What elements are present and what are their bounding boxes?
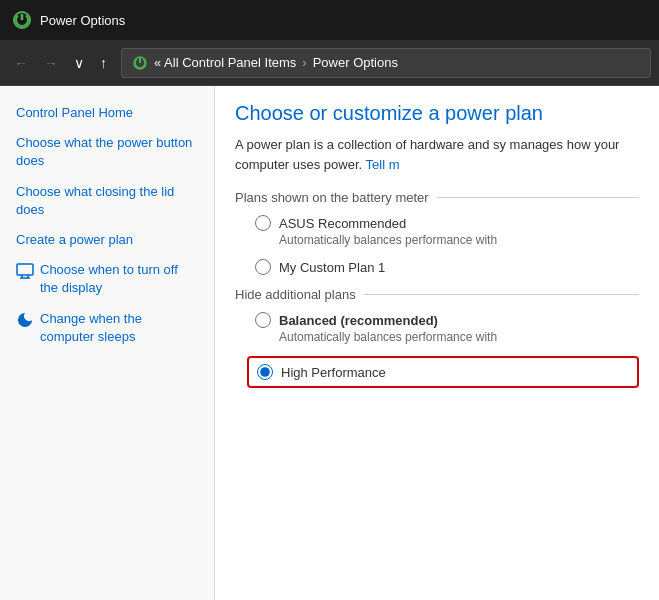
plan-balanced: Balanced (recommended) Automatically bal… [255,312,639,344]
display-icon [16,262,34,280]
address-prefix: « All Control Panel Items [154,55,296,70]
sidebar-item-power-button[interactable]: Choose what the power button does [0,128,214,176]
sidebar: Control Panel Home Choose what the power… [0,86,215,600]
radio-high-performance[interactable] [257,364,273,380]
plan-high-performance-highlighted: High Performance [247,356,639,388]
radio-balanced[interactable] [255,312,271,328]
page-description: A power plan is a collection of hardware… [235,135,639,174]
address-icon [132,55,148,71]
plan-custom: My Custom Plan 1 [255,259,639,275]
title-bar-text: Power Options [40,13,125,28]
sidebar-item-create-plan[interactable]: Create a power plan [0,225,214,255]
plan-asus-desc: Automatically balances performance with [279,233,639,247]
moon-icon [16,311,34,329]
power-options-icon [12,10,32,30]
plan-balanced-desc: Automatically balances performance with [279,330,639,344]
radio-asus[interactable] [255,215,271,231]
dropdown-button[interactable]: ∨ [68,51,90,75]
title-bar: Power Options [0,0,659,40]
sidebar-item-display[interactable]: Choose when to turn off the display [0,255,214,303]
plan-asus-recommended: ASUS Recommended Automatically balances … [255,215,639,247]
page-title: Choose or customize a power plan [235,102,639,125]
sidebar-item-lid[interactable]: Choose what closing the lid does [0,177,214,225]
svg-rect-4 [17,264,33,275]
address-current: Power Options [313,55,398,70]
main-content: Choose or customize a power plan A power… [215,86,659,600]
tell-me-more-link[interactable]: Tell m [366,157,400,172]
forward-button[interactable]: → [38,51,64,75]
address-bar[interactable]: « All Control Panel Items › Power Option… [121,48,651,78]
plan-balanced-label[interactable]: Balanced (recommended) [255,312,639,328]
battery-plans-header: Plans shown on the battery meter [235,190,639,205]
up-button[interactable]: ↑ [94,51,113,75]
address-separator: › [302,55,306,70]
nav-bar: ← → ∨ ↑ « All Control Panel Items › Powe… [0,40,659,86]
radio-custom[interactable] [255,259,271,275]
plan-high-performance-label[interactable]: High Performance [257,364,629,380]
sidebar-item-sleep[interactable]: Change when the computer sleeps [0,304,214,352]
plan-custom-label[interactable]: My Custom Plan 1 [255,259,639,275]
sidebar-item-control-panel-home[interactable]: Control Panel Home [0,98,214,128]
additional-plans-header: Hide additional plans [235,287,639,302]
plan-asus-label[interactable]: ASUS Recommended [255,215,639,231]
back-button[interactable]: ← [8,51,34,75]
content-area: Control Panel Home Choose what the power… [0,86,659,600]
